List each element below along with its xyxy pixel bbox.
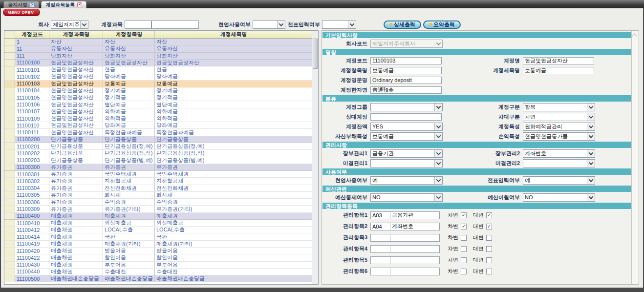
table-row[interactable]: 1자산자산자산 [4, 39, 312, 45]
field-input[interactable] [523, 67, 594, 74]
tab-account-registration[interactable]: 계정과목등록 ✕ [41, 1, 86, 8]
row-selector[interactable] [4, 60, 15, 66]
table-row[interactable]: 11100103현금및현금성자산보통예금보통예금 [4, 81, 312, 87]
row-selector[interactable] [4, 185, 15, 191]
summary-print-button[interactable]: 요약출력 [423, 21, 461, 29]
table-row[interactable]: 11100300유가증권유가증권유가증권 [4, 164, 312, 171]
table-scrollbar[interactable] [312, 31, 318, 284]
row-selector[interactable] [4, 101, 15, 107]
row-selector[interactable] [4, 108, 15, 115]
column-header-detail[interactable]: 계정세목명 [155, 31, 312, 38]
row-selector[interactable] [4, 269, 15, 275]
table-row[interactable]: 11100200단기금융상품단기금융상품단기금융상품 [4, 136, 312, 143]
mgmt-name-input[interactable] [390, 223, 440, 230]
row-selector[interactable] [4, 248, 15, 254]
row-selector[interactable] [4, 136, 15, 143]
row-selector[interactable] [4, 262, 15, 268]
table-row[interactable]: 11100110현금및현금성자산당좌예금당좌예금 [4, 122, 312, 129]
table-row[interactable]: 11100100현금및현금성자산현금및현금성자산현금및현금성자산 [4, 60, 312, 66]
table-row[interactable]: 11100102현금및현금성자산당좌예금당좌예금 [4, 73, 312, 80]
mgmt-code-input[interactable] [370, 223, 390, 230]
field-select[interactable]: NO [523, 193, 595, 202]
table-row[interactable]: 11100203단기금융상품단기금융상품(별,예)단기금융상품(별,예) [4, 157, 312, 164]
field-input[interactable] [370, 113, 442, 121]
field-select[interactable] [370, 159, 443, 167]
table-row[interactable]: 11100412매출채권LOCAL수출LOCAL수출 [4, 227, 312, 233]
row-selector[interactable] [4, 81, 15, 87]
field-select[interactable]: 원화예적금관리 [523, 123, 595, 131]
table-row[interactable]: 11100109현금및현금성자산외화적금외화적금 [4, 115, 312, 122]
mgmt-name-input[interactable] [390, 211, 440, 219]
field-input[interactable] [370, 57, 442, 64]
menu-open-button[interactable]: MENU OPEN [3, 9, 40, 16]
mgmt-code-input[interactable] [370, 245, 390, 253]
row-selector[interactable] [4, 73, 15, 80]
table-row[interactable]: 11100111현금및현금성자산특정현금과예금특정현금과예금 [4, 129, 312, 136]
mgmt-code-input[interactable] [370, 268, 390, 275]
field-select[interactable]: 계좌번호 [523, 149, 595, 158]
column-header-code[interactable]: 계정코드 [15, 31, 49, 38]
field-select[interactable]: 항목 [523, 103, 595, 111]
mgmt-name-input[interactable] [390, 256, 440, 264]
row-selector[interactable] [4, 53, 15, 59]
row-selector[interactable] [4, 164, 15, 170]
table-row[interactable]: 11100410매출채권외상매출금외상매출금 [4, 220, 312, 227]
mgmt-name-input[interactable] [390, 245, 440, 253]
debit-checkbox[interactable] [461, 269, 467, 274]
table-row[interactable]: 11100430매출채권부도어음부도어음 [4, 262, 312, 269]
table-row[interactable]: 11100107현금및현금성자산외화예금외화예금 [4, 108, 312, 115]
field-select[interactable]: NO [370, 193, 443, 202]
field-select[interactable]: 현금및현금등가물 [523, 132, 595, 141]
row-selector[interactable] [4, 39, 15, 45]
row-selector[interactable] [4, 122, 15, 128]
tab-notice[interactable]: 공지사항 ✕ [3, 1, 39, 8]
company-select[interactable]: 제일저지주식회사 [51, 21, 88, 29]
row-selector[interactable] [4, 143, 15, 149]
row-selector[interactable] [4, 66, 15, 73]
row-selector[interactable] [4, 254, 15, 261]
table-row[interactable]: 11100101현금및현금성자산현금현금 [4, 66, 312, 73]
mgmt-code-input[interactable] [370, 211, 390, 219]
table-row[interactable]: 11100400매출채권매출채권매출채권 [4, 213, 312, 220]
chevron-up-icon[interactable] [632, 31, 638, 39]
table-row[interactable]: 11100422매출채권할인어음할인어음 [4, 254, 312, 261]
row-selector[interactable] [4, 129, 15, 135]
mgmt-name-input[interactable] [390, 234, 440, 242]
table-row[interactable]: 11100105현금및현금성자산정기적금정기적금 [4, 94, 312, 101]
table-row[interactable]: 11100106현금및현금성자산별단예금별단예금 [4, 101, 312, 108]
table-row[interactable]: 111당좌자산당좌자산당좌자산 [4, 53, 312, 60]
row-selector[interactable] [4, 213, 15, 219]
field-select[interactable] [523, 159, 595, 167]
account-name-input[interactable] [151, 21, 199, 29]
field-input[interactable] [370, 67, 442, 74]
table-row[interactable]: 11100420매출채권받을어음받을어음 [4, 248, 312, 254]
row-selector[interactable] [4, 206, 15, 212]
table-row[interactable]: 11100305유가증권회사채회사채 [4, 192, 312, 199]
row-selector[interactable] [4, 233, 15, 240]
field-select[interactable]: 예 [370, 176, 443, 185]
row-selector[interactable] [4, 199, 15, 205]
row-selector[interactable] [4, 115, 15, 122]
field-select[interactable]: 제일저지주식회사 [370, 40, 443, 48]
field-select[interactable] [370, 103, 443, 111]
slip-entry-select[interactable] [322, 21, 356, 29]
field-input[interactable] [370, 77, 442, 84]
panel-scrollbar[interactable] [631, 31, 638, 284]
field-select[interactable]: 차변 [523, 113, 595, 121]
row-selector[interactable] [4, 275, 15, 282]
row-selector[interactable] [4, 94, 15, 101]
table-row[interactable]: 11100440매출채권수출대전수출대전 [4, 269, 312, 275]
row-selector[interactable] [4, 45, 15, 52]
table-row[interactable]: 11100419매출채권매출채권(기타)매출채권(기타) [4, 241, 312, 248]
debit-checkbox[interactable] [461, 224, 467, 229]
credit-checkbox[interactable] [486, 269, 492, 274]
debit-checkbox[interactable] [461, 235, 467, 241]
close-icon[interactable]: ✕ [30, 2, 35, 7]
table-row[interactable]: 11100201단기금융상품단기금융상품(정,예)단기금융상품(정,예) [4, 143, 312, 150]
table-row[interactable]: 11100304유가증권전신전화채권전신전화채권 [4, 185, 312, 192]
table-row[interactable]: 11100202단기금융상품단기금융상품(정,적)단기금융상품(정,적) [4, 150, 312, 157]
debit-checkbox[interactable] [461, 212, 467, 218]
row-selector[interactable] [4, 178, 15, 184]
column-header-name[interactable]: 계정과목명 [49, 31, 103, 38]
account-code-input[interactable] [125, 21, 151, 29]
